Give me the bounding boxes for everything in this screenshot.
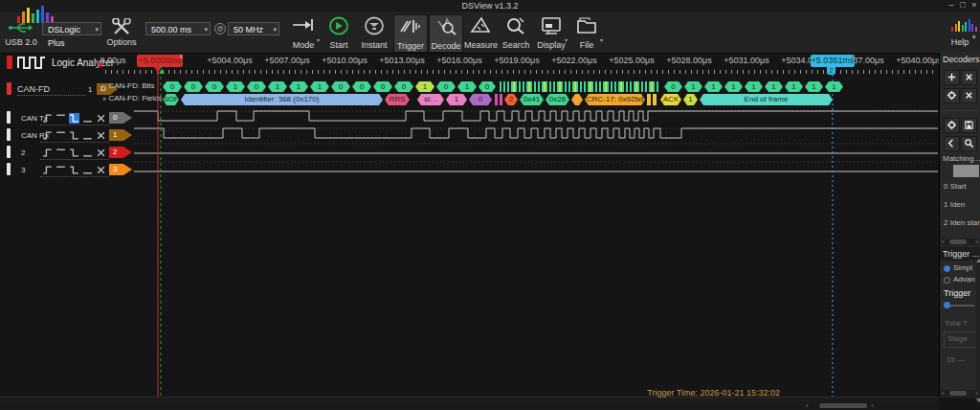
trigger-any-icon[interactable] <box>96 165 106 175</box>
decoder-name-label[interactable]: CAN-FD <box>17 84 50 94</box>
trigger-rising-icon[interactable] <box>42 113 53 124</box>
trigger-falling-icon[interactable] <box>69 165 79 175</box>
ruler-tick <box>691 70 692 74</box>
panel-vscrollbar[interactable] <box>976 259 980 402</box>
matching-list-item[interactable]: 0 Start <box>944 182 980 191</box>
slider-thumb[interactable] <box>944 302 950 308</box>
trigger-rising-icon[interactable] <box>42 165 53 175</box>
scroll-right-icon[interactable]: › <box>975 239 978 245</box>
add-decoder-button[interactable] <box>944 70 960 85</box>
matching-list-item[interactable]: 1 Iden <box>944 200 980 209</box>
start-button[interactable]: Start <box>323 14 355 51</box>
mode-button[interactable]: Mode▾ <box>287 14 320 51</box>
trigger-high-icon[interactable] <box>56 148 66 158</box>
channel-badge[interactable]: 2 <box>109 147 132 158</box>
decode-bit-cell: 0 <box>394 81 413 92</box>
trigger-any-icon[interactable] <box>96 148 106 158</box>
trigger-high-icon[interactable] <box>56 130 66 141</box>
simple-trigger-radio[interactable] <box>944 265 950 272</box>
scroll-down-icon[interactable] <box>976 399 980 402</box>
decode-bit-cell: 1 <box>825 81 843 92</box>
minimize-button[interactable]: – <box>946 0 957 10</box>
remove-decoder-button[interactable] <box>961 70 977 85</box>
close-button[interactable]: × <box>969 0 980 10</box>
prev-match-button[interactable] <box>944 136 960 151</box>
ruler-tick <box>657 70 657 74</box>
dsview-window: DSView v1.3.2 – □ × USB 2.0 DSLogic Plus… <box>0 0 980 410</box>
close-icon[interactable]: x <box>180 53 184 59</box>
file-button[interactable]: File▾ <box>570 14 603 51</box>
search-match-icon[interactable] <box>961 136 977 151</box>
help-button[interactable]: Help <box>944 37 976 47</box>
decode-field-cell: 1 <box>446 94 467 105</box>
trigger-any-icon[interactable] <box>96 130 106 141</box>
channel-name-label[interactable]: 2 <box>21 148 25 157</box>
ruler-tick <box>398 70 399 74</box>
trigger-cursor-box[interactable]: +5.0008ms x <box>137 55 183 67</box>
scroll-left-icon[interactable]: ‹ <box>942 239 945 245</box>
matching-list-item[interactable]: 2 Iden star <box>944 218 980 227</box>
trigger-high-icon[interactable] <box>56 113 66 124</box>
ruler-tick <box>180 70 181 74</box>
scroll-left-icon[interactable]: ‹ <box>942 390 945 397</box>
ruler-tick <box>622 70 623 74</box>
ruler-tick <box>875 70 876 74</box>
scroll-right-icon[interactable]: › <box>975 390 978 397</box>
panel-bottom-hscrollbar[interactable]: ‹ › <box>942 390 978 397</box>
trigger-low-icon[interactable] <box>82 148 93 158</box>
channel-badge[interactable]: 3 <box>109 164 132 175</box>
channel-color-indicator <box>7 128 11 141</box>
advanced-trigger-radio[interactable] <box>944 277 950 284</box>
remove-all-button[interactable] <box>961 88 977 103</box>
sample-rate-select[interactable]: 50 MHz▾ <box>228 22 279 35</box>
channel-badge[interactable]: 1 <box>109 129 132 141</box>
decoder-options-button[interactable] <box>944 88 960 103</box>
maximize-button[interactable]: □ <box>957 0 969 10</box>
trigger-button[interactable]: Trigger <box>393 14 428 53</box>
scroll-left-icon[interactable]: ‹ <box>806 402 809 409</box>
search-button[interactable]: Search <box>500 14 532 51</box>
cursor2-box[interactable]: +5.0361ms x <box>811 55 855 67</box>
simple-trigger-label: Simpl <box>953 263 972 272</box>
ruler-tick <box>731 70 732 74</box>
trigger-falling-icon[interactable] <box>69 148 79 158</box>
measure-button[interactable]: Measure <box>464 14 497 51</box>
ruler-tick <box>840 70 841 74</box>
ruler-tick <box>243 70 244 74</box>
trigger-position-slider[interactable] <box>944 305 974 307</box>
trigger-low-icon[interactable] <box>82 165 93 175</box>
trigger-low-icon[interactable] <box>82 130 93 141</box>
decode-button[interactable]: Decode <box>429 14 463 53</box>
decode-bit-cell: 1 <box>457 81 477 92</box>
device-select[interactable]: DSLogic Plus▾ <box>42 22 101 35</box>
duration-select[interactable]: 500.00 ms▾ <box>145 22 211 35</box>
instant-button[interactable]: Instant <box>358 14 390 51</box>
ruler-tick <box>415 70 416 74</box>
display-button[interactable]: Display▾ <box>535 14 568 51</box>
trigger-falling-icon[interactable] <box>69 130 79 141</box>
trace-hscrollbar[interactable]: ‹ › <box>0 402 939 409</box>
ruler-time-label: +5016.00μs <box>436 56 481 65</box>
trigger-rising-icon[interactable] <box>42 148 53 158</box>
channel-name-label[interactable]: 3 <box>21 166 25 174</box>
decode-bit-cell: 1 <box>785 81 803 92</box>
protocol-settings-button[interactable] <box>944 118 960 133</box>
cursor2-flag[interactable]: 2 <box>827 67 835 75</box>
channel-badge[interactable]: 0 <box>109 112 132 124</box>
trigger-low-icon[interactable] <box>82 113 93 124</box>
trigger-high-icon[interactable] <box>56 165 66 175</box>
ruler-tick <box>668 70 669 74</box>
scroll-up-icon[interactable] <box>976 259 980 262</box>
save-icon[interactable] <box>961 118 977 133</box>
trigger-section-header: Trigger ... <box>940 247 980 261</box>
trigger-rising-icon[interactable] <box>42 130 53 141</box>
toolbar-button-label: Mode <box>287 40 320 50</box>
ruler-tick <box>427 70 428 74</box>
panel-hscrollbar[interactable]: ‹ › <box>942 239 978 245</box>
trigger-falling-icon[interactable] <box>69 113 79 124</box>
trigger-any-icon[interactable] <box>96 113 106 124</box>
scroll-right-icon[interactable]: › <box>871 402 874 409</box>
matching-select[interactable] <box>953 165 979 177</box>
toolbar-button-label: Instant <box>358 40 390 50</box>
close-icon[interactable]: x <box>852 53 856 59</box>
